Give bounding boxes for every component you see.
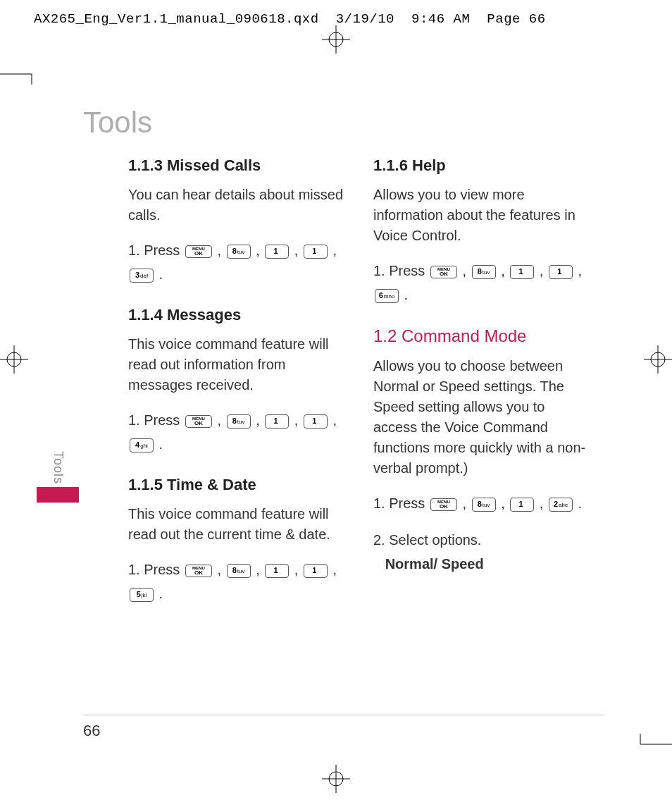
registration-mark-bottom <box>322 765 350 796</box>
step-1-1-5: 1. Press MENUOK , 8tuv , 1 , 1 , 5jkl . <box>128 557 347 605</box>
heading-1-1-6: 1.1.6 Help <box>373 156 592 175</box>
step2-text: 2. Select options. <box>373 532 481 548</box>
registration-mark-left <box>0 345 28 376</box>
crop-mark-top-left <box>0 63 42 87</box>
key-1-icon: 1 <box>304 414 328 429</box>
key-8-icon: 8tuv <box>227 414 251 429</box>
key-8-icon: 8tuv <box>227 245 251 259</box>
key-5-icon: 5jkl <box>130 588 154 602</box>
step-1-1-3: 1. Press MENUOK , 8tuv , 1 , 1 , 3def . <box>128 238 347 286</box>
side-tab-bar <box>37 487 79 503</box>
step-1-1-6: 1. Press MENUOK , 8tuv , 1 , 1 , 6mno . <box>373 259 592 307</box>
key-ok-icon: MENUOK <box>185 565 212 577</box>
key-1-icon: 1 <box>265 564 289 578</box>
key-3-icon: 3def <box>130 269 154 283</box>
page-title: Tools <box>83 106 152 140</box>
slug-file: AX265_Eng_Ver1.1_manual_090618.qxd <box>34 11 319 27</box>
key-6-icon: 6mno <box>375 289 399 303</box>
side-tab: Tools <box>48 451 68 503</box>
step-1-2-1: 1. Press MENUOK , 8tuv , 1 , 2abc . <box>373 491 592 515</box>
body-1-1-5: This voice command feature will read out… <box>128 504 347 545</box>
body-1-2: Allows you to choose between Normal or S… <box>373 356 592 479</box>
step-prefix: 1. Press <box>128 242 184 258</box>
step-prefix: 1. Press <box>128 412 184 428</box>
key-ok-icon: MENUOK <box>430 498 457 511</box>
content-columns: 1.1.3 Missed Calls You can hear details … <box>128 156 592 618</box>
step-1-2-2: 2. Select options. Normal/ Speed <box>373 528 592 576</box>
step-1-1-4: 1. Press MENUOK , 8tuv , 1 , 1 , 4ghi . <box>128 408 347 456</box>
left-column: 1.1.3 Missed Calls You can hear details … <box>128 156 347 618</box>
right-column: 1.1.6 Help Allows you to view more infor… <box>373 156 592 618</box>
step-prefix: 1. Press <box>373 495 429 511</box>
key-8-icon: 8tuv <box>472 265 496 279</box>
heading-1-2: 1.2 Command Mode <box>373 326 592 346</box>
body-1-1-3: You can hear details about missed calls. <box>128 185 347 226</box>
key-1-icon: 1 <box>549 265 573 279</box>
step-prefix: 1. Press <box>128 562 184 577</box>
key-2-icon: 2abc <box>549 498 573 512</box>
slug-time: 9:46 AM <box>411 11 470 27</box>
step-prefix: 1. Press <box>373 263 429 278</box>
slug-date: 3/19/10 <box>336 11 394 27</box>
slug-page: Page 66 <box>487 11 545 27</box>
key-1-icon: 1 <box>265 245 289 259</box>
key-8-icon: 8tuv <box>227 564 251 578</box>
crop-mark-bottom-right <box>630 734 672 758</box>
page-number: 66 <box>83 722 100 740</box>
side-tab-label: Tools <box>51 451 66 484</box>
heading-1-1-5: 1.1.5 Time & Date <box>128 476 347 494</box>
key-1-icon: 1 <box>510 498 534 512</box>
key-1-icon: 1 <box>304 245 328 259</box>
key-1-icon: 1 <box>304 564 328 578</box>
registration-mark-right <box>644 345 672 376</box>
key-1-icon: 1 <box>510 265 534 279</box>
heading-1-1-4: 1.1.4 Messages <box>128 306 347 324</box>
key-1-icon: 1 <box>265 414 289 429</box>
heading-1-1-3: 1.1.3 Missed Calls <box>128 156 347 175</box>
key-ok-icon: MENUOK <box>430 266 457 278</box>
step2-options: Normal/ Speed <box>385 556 484 572</box>
key-ok-icon: MENUOK <box>185 245 212 258</box>
key-4-icon: 4ghi <box>130 438 154 452</box>
registration-mark-top <box>322 25 350 56</box>
footer-rule <box>83 715 604 715</box>
key-8-icon: 8tuv <box>472 498 496 512</box>
key-ok-icon: MENUOK <box>185 415 212 428</box>
body-1-1-4: This voice command feature will read out… <box>128 334 347 395</box>
body-1-1-6: Allows you to view more information abou… <box>373 185 592 246</box>
print-slug: AX265_Eng_Ver1.1_manual_090618.qxd 3/19/… <box>34 11 638 27</box>
